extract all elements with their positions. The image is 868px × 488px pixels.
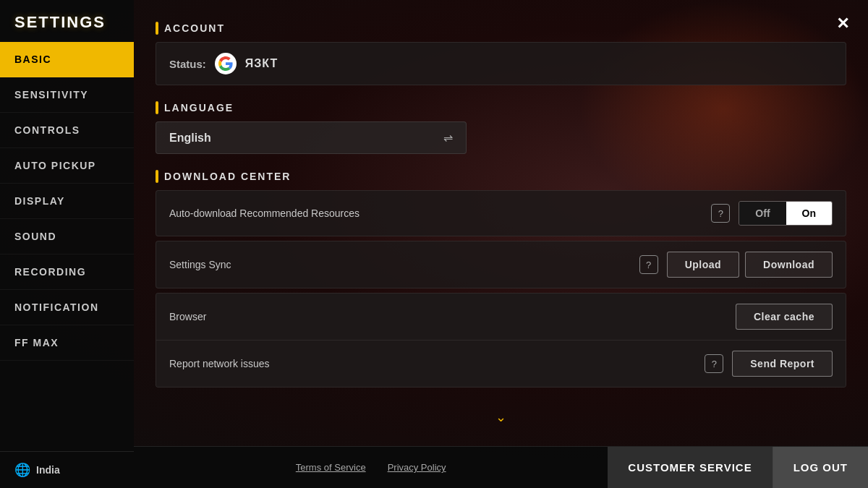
account-section: ACCOUNT Status: ЯЗКТ [156, 22, 846, 85]
report-network-card: Report network issues ? Send Report [156, 341, 846, 387]
settings-title: SETTINGS [0, 0, 134, 42]
auto-download-label: Auto-download Recommended Resources [169, 207, 711, 219]
settings-sync-help-icon[interactable]: ? [639, 255, 658, 274]
language-selector[interactable]: English ⇌ [156, 121, 467, 154]
sidebar-item-ff-max[interactable]: FF MAX [0, 325, 134, 361]
section-title-bar [156, 22, 158, 35]
download-button[interactable]: Download [745, 252, 833, 278]
language-section-title: LANGUAGE [156, 101, 846, 114]
settings-sync-label: Settings Sync [169, 259, 639, 270]
account-card: Status: ЯЗКТ [156, 42, 846, 85]
section-title-bar-dl [156, 170, 158, 183]
region-label: India [36, 464, 60, 476]
toggle-on-button[interactable]: On [786, 202, 832, 225]
sidebar-item-auto-pickup[interactable]: AUTO PICKUP [0, 148, 134, 184]
logout-button[interactable]: LOG OUT [773, 447, 868, 489]
google-icon [215, 53, 237, 74]
sidebar-item-controls[interactable]: CONTROLS [0, 113, 134, 148]
toggle-off-button[interactable]: Off [739, 202, 786, 225]
report-network-help-icon[interactable]: ? [705, 354, 723, 373]
sidebar: SETTINGS BASIC SENSITIVITY CONTROLS AUTO… [0, 0, 134, 488]
language-arrows-icon: ⇌ [443, 131, 453, 145]
account-section-title: ACCOUNT [156, 22, 846, 35]
sidebar-item-notification[interactable]: NOTIFICATION [0, 290, 134, 325]
sidebar-item-display[interactable]: DISPLAY [0, 184, 134, 219]
download-center-title: DOWNLOAD CENTER [156, 170, 846, 183]
section-title-bar-lang [156, 101, 158, 114]
browser-card: Browser Clear cache [156, 294, 846, 341]
send-report-button[interactable]: Send Report [732, 351, 833, 377]
sidebar-footer: 🌐 India [0, 451, 134, 488]
auto-download-toggle[interactable]: Off On [739, 201, 833, 226]
upload-button[interactable]: Upload [667, 252, 739, 278]
globe-icon: 🌐 [14, 462, 30, 478]
settings-sync-card: Settings Sync ? Upload Download [156, 241, 846, 288]
clear-cache-button[interactable]: Clear cache [736, 304, 833, 330]
sidebar-item-basic[interactable]: BASIC [0, 42, 134, 77]
close-button[interactable]: ✕ [829, 10, 856, 38]
sidebar-item-sensitivity[interactable]: SENSITIVITY [0, 77, 134, 113]
bottom-links: Terms of Service Privacy Policy [134, 462, 608, 473]
privacy-policy-link[interactable]: Privacy Policy [388, 462, 446, 473]
browser-label: Browser [169, 311, 736, 322]
auto-download-card: Auto-download Recommended Resources ? Of… [156, 190, 846, 236]
account-status-row: Status: ЯЗКТ [169, 53, 278, 74]
status-label: Status: [169, 58, 206, 70]
terms-of-service-link[interactable]: Terms of Service [296, 462, 366, 473]
auto-download-help-icon[interactable]: ? [711, 204, 730, 223]
bottom-bar: Terms of Service Privacy Policy CUSTOMER… [134, 446, 868, 488]
sidebar-item-recording[interactable]: RECORDING [0, 254, 134, 290]
language-value: English [169, 132, 211, 145]
language-section: LANGUAGE English ⇌ [156, 101, 846, 154]
download-center-section: DOWNLOAD CENTER Auto-download Recommende… [156, 170, 846, 388]
main-content: ACCOUNT Status: ЯЗКТ LANGU [134, 0, 868, 488]
account-name: ЯЗКТ [245, 57, 278, 70]
sidebar-item-sound[interactable]: SOUND [0, 219, 134, 254]
report-network-label: Report network issues [169, 358, 705, 369]
browser-report-group: Browser Clear cache Report network issue… [156, 293, 846, 388]
customer-service-button[interactable]: CUSTOMER SERVICE [608, 447, 773, 489]
